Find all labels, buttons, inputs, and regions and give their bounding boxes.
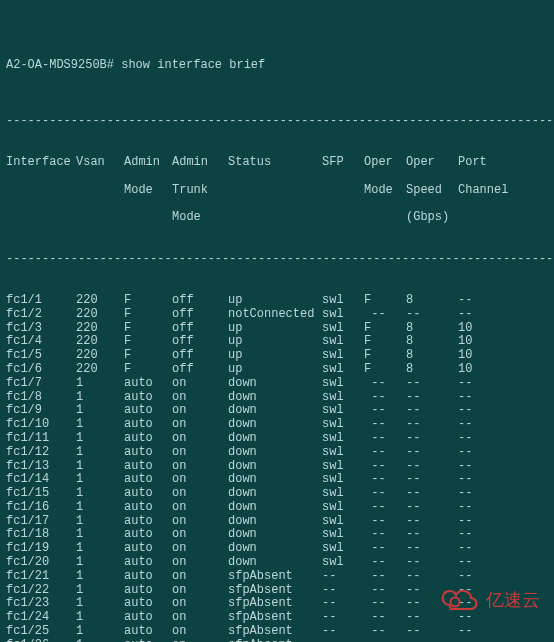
cell-sfp: swl [322,528,364,542]
cell-sfp: swl [322,363,364,377]
cell-iface: fc1/21 [6,570,76,584]
cell-sfp: swl [322,432,364,446]
cell-speed: -- [406,432,458,446]
cell-sfp: -- [322,570,364,584]
cell-status: down [228,418,322,432]
cell-trunk: off [172,335,228,349]
cell-port: -- [458,460,518,474]
divider-bottom: ----------------------------------------… [6,253,548,267]
cell-port: -- [458,515,518,529]
cell-trunk: on [172,570,228,584]
table-row: fc1/131autoondownswl ------ [6,460,548,474]
cell-iface: fc1/10 [6,418,76,432]
cell-trunk: on [172,625,228,639]
cell-oper: -- [364,528,406,542]
cell-sfp: swl [322,294,364,308]
cell-admin: auto [124,584,172,598]
cell-sfp: -- [322,584,364,598]
cell-vsan: 1 [76,418,124,432]
cell-port: -- [458,294,518,308]
cell-sfp: swl [322,556,364,570]
table-row: fc1/1220FoffupswlF8-- [6,294,548,308]
cell-status: down [228,432,322,446]
cell-oper: -- [364,584,406,598]
cell-speed: -- [406,377,458,391]
table-row: fc1/111autoondownswl ------ [6,432,548,446]
cell-admin: auto [124,542,172,556]
cell-oper: -- [364,473,406,487]
cell-oper: -- [364,377,406,391]
cell-speed: 8 [406,322,458,336]
cell-vsan: 1 [76,460,124,474]
cell-vsan: 220 [76,308,124,322]
cell-port: -- [458,391,518,405]
cell-vsan: 1 [76,584,124,598]
cell-trunk: on [172,418,228,432]
cell-vsan: 1 [76,487,124,501]
table-row: fc1/141autoondownswl ------ [6,473,548,487]
cell-trunk: on [172,487,228,501]
table-row: fc1/161autoondownswl ------ [6,501,548,515]
table-row: fc1/5220FoffupswlF810 [6,349,548,363]
cell-sfp: swl [322,418,364,432]
cell-vsan: 1 [76,391,124,405]
cell-admin: auto [124,570,172,584]
cell-status: down [228,377,322,391]
header-row-2: Mode Trunk Mode Speed Channel [6,184,548,198]
cell-oper: -- [364,597,406,611]
table-row: fc1/81autoondownswl ------ [6,391,548,405]
cell-port: -- [458,556,518,570]
cell-trunk: on [172,473,228,487]
cell-status: down [228,391,322,405]
cell-sfp: -- [322,597,364,611]
cell-speed: -- [406,473,458,487]
cell-trunk: on [172,460,228,474]
cell-status: down [228,542,322,556]
cell-admin: auto [124,432,172,446]
cell-iface: fc1/5 [6,349,76,363]
cell-admin: auto [124,611,172,625]
cell-sfp: -- [322,625,364,639]
cell-iface: fc1/23 [6,597,76,611]
cell-iface: fc1/22 [6,584,76,598]
cell-speed: -- [406,515,458,529]
cell-iface: fc1/3 [6,322,76,336]
cell-oper: -- [364,446,406,460]
header-admin-mode: Admin [124,156,172,170]
cell-trunk: off [172,363,228,377]
cell-speed: 8 [406,335,458,349]
cell-port: -- [458,501,518,515]
header-vsan: Vsan [76,156,124,170]
cell-sfp: swl [322,335,364,349]
header-oper-speed: Oper [406,156,458,170]
table-row: fc1/71autoondownswl ------ [6,377,548,391]
cell-admin: auto [124,391,172,405]
cell-oper: -- [364,542,406,556]
cell-oper: -- [364,404,406,418]
cell-speed: -- [406,418,458,432]
cell-vsan: 1 [76,570,124,584]
cell-vsan: 1 [76,473,124,487]
cell-vsan: 220 [76,349,124,363]
cell-iface: fc1/24 [6,611,76,625]
cell-oper: -- [364,460,406,474]
header-trunk-mode: Admin [172,156,228,170]
cell-iface: fc1/8 [6,391,76,405]
cell-trunk: off [172,308,228,322]
cell-status: down [228,446,322,460]
cell-sfp: swl [322,501,364,515]
cell-port: -- [458,473,518,487]
cloud-logo-icon [411,572,480,630]
cell-speed: 8 [406,294,458,308]
cell-trunk: on [172,501,228,515]
cell-port: -- [458,542,518,556]
header-oper-mode: Oper [364,156,406,170]
cell-status: sfpAbsent [228,611,322,625]
cell-admin: F [124,294,172,308]
cell-admin: auto [124,501,172,515]
cell-vsan: 1 [76,377,124,391]
cell-trunk: on [172,432,228,446]
cell-oper: F [364,294,406,308]
command-prompt[interactable]: A2-OA-MDS9250B# show interface brief [6,59,548,73]
table-row: fc1/4220FoffupswlF810 [6,335,548,349]
